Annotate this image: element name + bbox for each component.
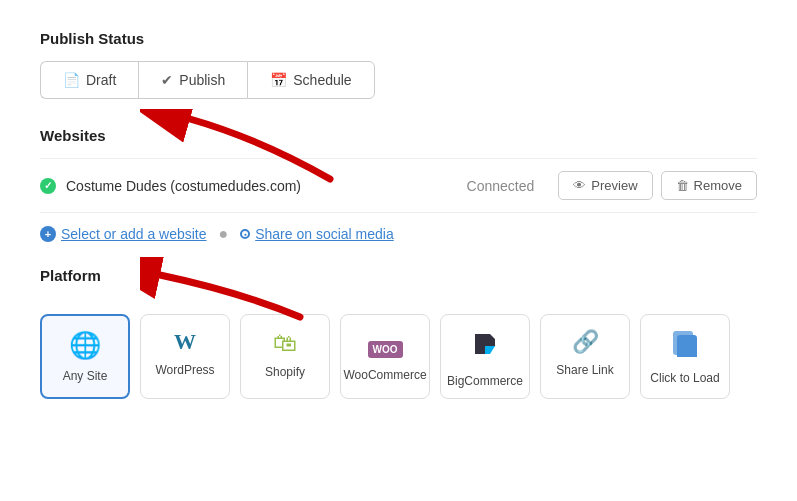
schedule-icon: 📅: [270, 72, 287, 88]
trash-icon: 🗑: [676, 178, 689, 193]
any-site-icon: 🌐: [69, 330, 101, 361]
website-status-indicator: [40, 178, 56, 194]
platform-item-click-to-load[interactable]: Click to Load: [640, 314, 730, 399]
remove-label: Remove: [694, 178, 742, 193]
websites-title: Websites: [40, 127, 757, 144]
website-links-row: + Select or add a website ● Share on soc…: [40, 225, 757, 243]
publish-button[interactable]: ✔ Publish: [138, 61, 247, 99]
platform-item-woocommerce[interactable]: WOO WooCommerce: [340, 314, 430, 399]
wordpress-icon: W: [174, 329, 196, 355]
bigcommerce-label: BigCommerce: [447, 374, 523, 388]
publish-area: 📄 Draft ✔ Publish 📅 Schedule: [40, 61, 757, 99]
woocommerce-label: WooCommerce: [343, 368, 426, 382]
publish-status-section: Publish Status 📄 Draft ✔ Publish 📅 Sched…: [40, 30, 757, 99]
bigcommerce-icon: [470, 329, 500, 366]
platform-title-row: Platform: [40, 267, 757, 298]
draft-icon: 📄: [63, 72, 80, 88]
shopify-icon: 🛍: [273, 329, 297, 357]
website-name: Costume Dudes (costumedudes.com): [66, 178, 467, 194]
schedule-button[interactable]: 📅 Schedule: [247, 61, 374, 99]
any-site-label: Any Site: [63, 369, 108, 383]
draft-label: Draft: [86, 72, 116, 88]
shopify-label: Shopify: [265, 365, 305, 379]
publish-label: Publish: [179, 72, 225, 88]
website-row: Costume Dudes (costumedudes.com) Connect…: [40, 158, 757, 213]
preview-button[interactable]: 👁 Preview: [558, 171, 652, 200]
platform-item-bigcommerce[interactable]: BigCommerce: [440, 314, 530, 399]
website-connected-status: Connected: [467, 178, 535, 194]
platform-item-shopify[interactable]: 🛍 Shopify: [240, 314, 330, 399]
svg-rect-5: [677, 335, 697, 357]
add-website-link[interactable]: Select or add a website: [61, 226, 207, 242]
schedule-label: Schedule: [293, 72, 351, 88]
preview-label: Preview: [591, 178, 637, 193]
platform-item-any-site[interactable]: 🌐 Any Site: [40, 314, 130, 399]
add-icon: +: [40, 226, 56, 242]
woocommerce-icon: WOO: [368, 329, 403, 360]
publish-icon: ✔: [161, 72, 173, 88]
draft-button[interactable]: 📄 Draft: [40, 61, 138, 99]
platform-item-wordpress[interactable]: W WordPress: [140, 314, 230, 399]
websites-section: Websites Costume Dudes (costumedudes.com…: [40, 127, 757, 243]
share-link-icon: 🔗: [572, 329, 599, 355]
website-actions-group: 👁 Preview 🗑 Remove: [558, 171, 757, 200]
eye-icon: 👁: [573, 178, 586, 193]
platform-title: Platform: [40, 267, 101, 284]
platform-item-share-link[interactable]: 🔗 Share Link: [540, 314, 630, 399]
wordpress-label: WordPress: [155, 363, 214, 377]
share-link-label: Share Link: [556, 363, 613, 377]
publish-buttons-group: 📄 Draft ✔ Publish 📅 Schedule: [40, 61, 757, 99]
svg-marker-3: [485, 346, 495, 354]
share-social-link[interactable]: Share on social media: [255, 226, 394, 242]
add-website-link-item: + Select or add a website: [40, 226, 207, 242]
click-to-load-label: Click to Load: [650, 371, 719, 385]
publish-status-title: Publish Status: [40, 30, 757, 47]
platform-section: Platform 🌐 Any Site W WordPress: [40, 267, 757, 399]
share-social-link-item: Share on social media: [240, 226, 394, 242]
remove-button[interactable]: 🗑 Remove: [661, 171, 757, 200]
share-social-icon: [240, 229, 250, 239]
links-divider: ●: [219, 225, 229, 243]
click-to-load-icon: [671, 329, 699, 363]
platform-grid: 🌐 Any Site W WordPress 🛍 Shopify WOO Woo…: [40, 314, 757, 399]
